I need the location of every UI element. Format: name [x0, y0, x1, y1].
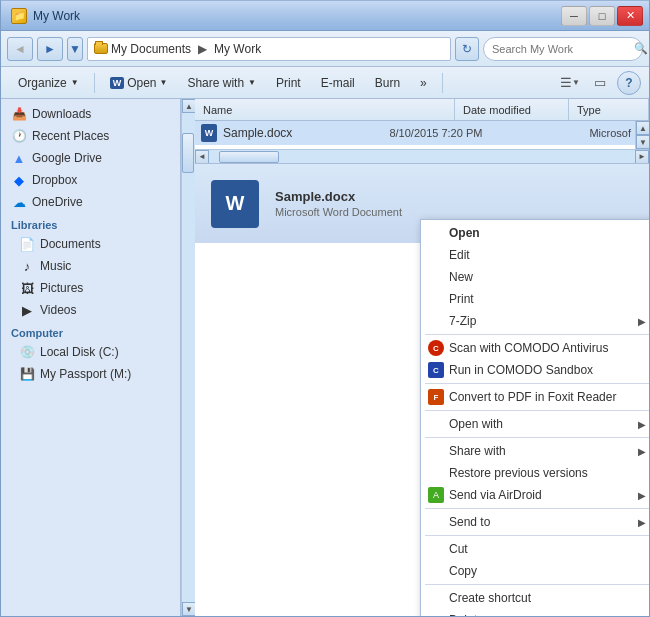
documents-icon: 📄: [19, 236, 35, 252]
context-menu-print[interactable]: Print: [421, 288, 649, 310]
preview-filetype: Microsoft Word Document: [275, 206, 402, 218]
context-menu-7zip[interactable]: 7-Zip ▶: [421, 310, 649, 332]
context-menu-comodo-sandbox[interactable]: C Run in COMODO Sandbox: [421, 359, 649, 381]
hscroll-thumb[interactable]: [219, 151, 279, 163]
breadcrumb-current: My Work: [214, 42, 261, 56]
breadcrumb[interactable]: My Documents ▶ My Work: [87, 37, 451, 61]
toolbar-separator-1: [94, 73, 95, 93]
sidebar-scrollbar[interactable]: ▲ ▼: [181, 99, 195, 616]
toolbar-separator-2: [442, 73, 443, 93]
context-separator-1: [425, 334, 649, 335]
sidebar-label-recent: Recent Places: [32, 129, 109, 143]
file-scroll-down[interactable]: ▼: [636, 135, 649, 149]
sidebar-section-libraries: Libraries: [1, 213, 180, 233]
minimize-button[interactable]: ─: [561, 6, 587, 26]
hscroll-track[interactable]: [209, 150, 635, 164]
file-rows: W Sample.docx 8/10/2015 7:20 PM Microsof: [195, 121, 635, 149]
forward-button[interactable]: ►: [37, 37, 63, 61]
sidebar-label-music: Music: [40, 259, 71, 273]
share-with-button[interactable]: Share with ▼: [178, 70, 265, 96]
open-button[interactable]: W Open ▼: [101, 70, 177, 96]
comodo-sandbox-icon: C: [427, 361, 445, 379]
sidebar-item-recent[interactable]: 🕐 Recent Places: [1, 125, 180, 147]
sidebar-item-localdisk[interactable]: 💿 Local Disk (C:): [1, 341, 180, 363]
dropbox-icon: ◆: [11, 172, 27, 188]
comodo-icon: C: [427, 339, 445, 357]
sidebar-label-videos: Videos: [40, 303, 76, 317]
hscroll-left[interactable]: ◄: [195, 150, 209, 164]
sidebar-item-documents[interactable]: 📄 Documents: [1, 233, 180, 255]
context-menu-edit[interactable]: Edit: [421, 244, 649, 266]
context-menu-comodo-scan[interactable]: C Scan with COMODO Antivirus: [421, 337, 649, 359]
column-name[interactable]: Name: [195, 99, 455, 120]
music-icon: ♪: [19, 258, 35, 274]
context-menu-create-shortcut[interactable]: Create shortcut: [421, 587, 649, 609]
sidebar-item-onedrive[interactable]: ☁ OneDrive: [1, 191, 180, 213]
context-menu-airdroid[interactable]: A Send via AirDroid ▶: [421, 484, 649, 506]
scroll-up-arrow[interactable]: ▲: [182, 99, 196, 113]
sidebar-label-dropbox: Dropbox: [32, 173, 77, 187]
col-date-label: Date modified: [463, 104, 531, 116]
burn-button[interactable]: Burn: [366, 70, 409, 96]
column-type[interactable]: Type: [569, 99, 649, 120]
address-bar: ◄ ► ▼ My Documents ▶ My Work ↻ 🔍: [1, 31, 649, 67]
context-menu-open[interactable]: Open: [421, 222, 649, 244]
context-menu-copy[interactable]: Copy: [421, 560, 649, 582]
sidebar-item-music[interactable]: ♪ Music: [1, 255, 180, 277]
context-menu-delete[interactable]: Delete: [421, 609, 649, 616]
context-menu-cut[interactable]: Cut: [421, 538, 649, 560]
videos-icon: ▶: [19, 302, 35, 318]
file-scroll-up[interactable]: ▲: [636, 121, 649, 135]
sidebar-label-downloads: Downloads: [32, 107, 91, 121]
title-bar: 📁 My Work ─ □ ✕: [1, 1, 649, 31]
view-toggle-button[interactable]: ☰ ▼: [557, 70, 583, 96]
context-menu-share-with[interactable]: Share with ▶: [421, 440, 649, 462]
preview-pane-button[interactable]: ▭: [587, 70, 613, 96]
sidebar-item-videos[interactable]: ▶ Videos: [1, 299, 180, 321]
close-button[interactable]: ✕: [617, 6, 643, 26]
toolbar: Organize ▼ W Open ▼ Share with ▼ Print E…: [1, 67, 649, 99]
context-menu-open-with[interactable]: Open with ▶: [421, 413, 649, 435]
more-button[interactable]: »: [411, 70, 436, 96]
sidebar-item-pictures[interactable]: 🖼 Pictures: [1, 277, 180, 299]
search-icon: 🔍: [634, 42, 648, 55]
sidebar-item-mypassport[interactable]: 💾 My Passport (M:): [1, 363, 180, 385]
refresh-button[interactable]: ↻: [455, 37, 479, 61]
context-menu-send-to[interactable]: Send to ▶: [421, 511, 649, 533]
context-sendto-label: Send to: [449, 515, 490, 529]
organize-button[interactable]: Organize ▼: [9, 70, 88, 96]
context-menu-foxit[interactable]: F Convert to PDF in Foxit Reader: [421, 386, 649, 408]
maximize-button[interactable]: □: [589, 6, 615, 26]
scroll-down-arrow[interactable]: ▼: [182, 602, 196, 616]
sidebar-item-dropbox[interactable]: ◆ Dropbox: [1, 169, 180, 191]
table-row[interactable]: W Sample.docx 8/10/2015 7:20 PM Microsof: [195, 121, 635, 145]
print-button[interactable]: Print: [267, 70, 310, 96]
breadcrumb-text: My Documents: [111, 42, 191, 56]
sidebar-item-googledrive[interactable]: ▲ Google Drive: [1, 147, 180, 169]
column-date[interactable]: Date modified: [455, 99, 569, 120]
scroll-thumb[interactable]: [182, 133, 194, 173]
sidebar-label-googledrive: Google Drive: [32, 151, 102, 165]
email-button[interactable]: E-mail: [312, 70, 364, 96]
share-arrow-icon: ▼: [248, 78, 256, 87]
file-list-scrollbar[interactable]: ▲ ▼: [635, 121, 649, 149]
scroll-track[interactable]: [182, 113, 195, 602]
back-button[interactable]: ◄: [7, 37, 33, 61]
context-openwith-label: Open with: [449, 417, 503, 431]
sendto-arrow-icon: ▶: [638, 517, 646, 528]
search-bar[interactable]: 🔍: [483, 37, 643, 61]
context-separator-5: [425, 508, 649, 509]
sidebar-item-downloads[interactable]: 📥 Downloads: [1, 103, 180, 125]
hscroll-right[interactable]: ►: [635, 150, 649, 164]
file-list-area: Name Date modified Type W: [195, 99, 649, 163]
context-new-label: New: [449, 270, 473, 284]
help-button[interactable]: ?: [617, 71, 641, 95]
context-separator-6: [425, 535, 649, 536]
search-input[interactable]: [492, 43, 630, 55]
context-menu-new[interactable]: New: [421, 266, 649, 288]
horizontal-scrollbar[interactable]: ◄ ►: [195, 149, 649, 163]
sidebar-section-computer: Computer: [1, 321, 180, 341]
dropdown-button[interactable]: ▼: [67, 37, 83, 61]
context-menu-restore[interactable]: Restore previous versions: [421, 462, 649, 484]
file-date: 8/10/2015 7:20 PM: [389, 127, 589, 139]
